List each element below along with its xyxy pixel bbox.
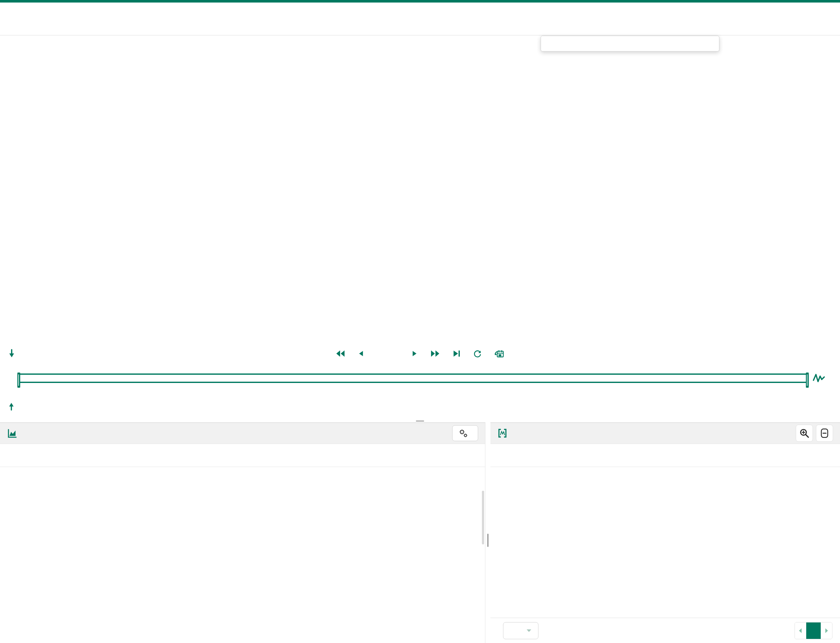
customize-button[interactable] [452, 425, 478, 441]
slider-right-handle[interactable] [806, 372, 809, 388]
capsules-pagination [490, 618, 840, 643]
step-to-end-button[interactable] [452, 349, 461, 358]
details-scrollbar[interactable] [482, 491, 484, 544]
page-select[interactable] [503, 622, 539, 639]
capsules-collapse-button[interactable] [816, 425, 833, 442]
display-range-bar [0, 344, 840, 369]
slider-left-handle[interactable] [17, 372, 20, 388]
panel-vertical-divider[interactable] [485, 423, 490, 643]
top-accent-strip [0, 0, 840, 3]
pager [794, 622, 832, 639]
capsules-panel [490, 423, 840, 643]
step-back-fast-button[interactable] [335, 349, 345, 359]
collapse-icon [819, 428, 830, 439]
trend-chart[interactable] [0, 35, 840, 344]
range-start-arrow-icon [7, 349, 16, 358]
step-forward-button[interactable] [410, 350, 418, 357]
overview-timeline [0, 369, 840, 421]
timeline-signal-icon [812, 372, 825, 385]
chevron-right-icon [823, 627, 830, 634]
pager-prev-button[interactable] [795, 622, 806, 639]
toolbar [0, 3, 840, 35]
details-panel [0, 423, 485, 643]
timeline-axis [0, 387, 840, 401]
step-forward-fast-button[interactable] [430, 349, 440, 359]
investigate-start-arrow-icon [7, 402, 16, 411]
dimming-dropdown-menu [540, 36, 720, 52]
capsules-panel-icon [497, 428, 508, 438]
refresh-button[interactable] [473, 349, 482, 358]
chevron-down-icon [525, 627, 533, 635]
gears-icon [458, 428, 468, 438]
chevron-left-icon [797, 627, 804, 634]
details-panel-icon [7, 428, 18, 439]
auto-update-button[interactable] [494, 348, 505, 359]
pager-next-button[interactable] [821, 622, 832, 639]
step-back-button[interactable] [358, 350, 365, 357]
timeline-range-slider[interactable] [19, 374, 807, 383]
capsules-zoom-button[interactable] [796, 425, 813, 442]
magnifier-plus-icon [799, 428, 810, 439]
pager-current-page[interactable] [806, 622, 821, 639]
chart-canvas[interactable] [0, 35, 840, 344]
